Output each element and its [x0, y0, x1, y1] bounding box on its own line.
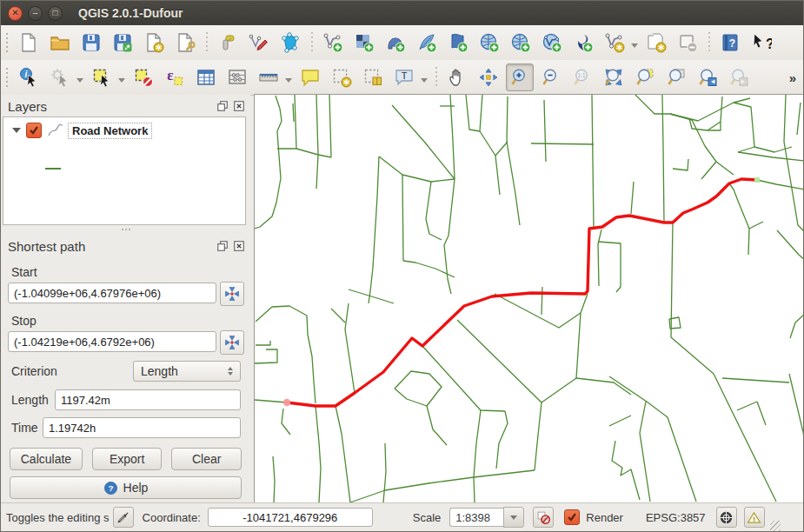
add-wcs-layer-button[interactable] — [507, 29, 535, 57]
add-postgis-layer-button[interactable] — [382, 29, 409, 57]
layer-item-road-network[interactable]: Road Network — [3, 121, 245, 140]
zoom-to-layer-button[interactable] — [662, 63, 690, 91]
identify-features-button[interactable]: i — [15, 63, 43, 91]
new-shapefile-layer-button[interactable] — [601, 29, 628, 57]
road-line — [316, 406, 321, 502]
select-features-button[interactable] — [88, 63, 116, 91]
statistical-summary-button[interactable] — [223, 63, 251, 91]
chevron-down-icon[interactable] — [631, 43, 638, 51]
deselect-features-button[interactable] — [130, 63, 157, 91]
add-oracle-layer-button[interactable] — [569, 29, 597, 57]
node-tool-button[interactable] — [276, 29, 304, 57]
zoom-last-button[interactable] — [694, 63, 721, 91]
show-bookmarks-button[interactable] — [359, 63, 387, 91]
render-checkbox[interactable] — [564, 509, 580, 525]
log-messages-button[interactable]: ! — [744, 507, 765, 528]
pan-map-button[interactable] — [443, 63, 471, 91]
calculate-button[interactable]: Calculate — [10, 448, 83, 470]
new-project-button[interactable] — [15, 29, 43, 57]
zoom-native-button[interactable]: 1:1 — [568, 63, 596, 91]
panel-splitter[interactable] — [1, 227, 250, 232]
chevron-down-icon[interactable] — [76, 78, 83, 86]
pan-to-selection-button[interactable] — [475, 63, 502, 91]
shortest-path-close-button[interactable] — [233, 240, 245, 252]
help-contents-button[interactable]: ? — [716, 29, 744, 57]
crs-status-button[interactable] — [716, 507, 737, 528]
chevron-down-icon[interactable] — [118, 78, 125, 86]
road-line — [544, 100, 546, 162]
add-spatialite-layer-button[interactable] — [413, 29, 441, 57]
zoom-out-button[interactable] — [537, 63, 565, 91]
export-button[interactable]: Export — [92, 448, 163, 470]
zoom-in-button[interactable] — [506, 63, 534, 91]
text-annotation-button[interactable]: T — [390, 63, 418, 91]
length-label: Length — [11, 393, 49, 407]
add-vector-layer-button[interactable] — [319, 29, 347, 57]
road-line — [673, 159, 688, 170]
toolbar-overflow-button[interactable]: » — [789, 70, 796, 85]
toolbar-drag-handle[interactable] — [4, 68, 10, 87]
coordinate-input[interactable] — [208, 508, 373, 527]
title-bar[interactable]: ✕ – □ QGIS 2.0.1-Dufour — [1, 1, 803, 25]
advanced-digitize-button[interactable] — [245, 29, 273, 57]
whats-this-button[interactable]: ? — [748, 29, 775, 57]
open-project-button[interactable] — [46, 29, 74, 57]
close-icon[interactable]: ✕ — [8, 6, 23, 21]
touch-zoom-pan-button[interactable] — [214, 29, 242, 57]
new-bookmark-button[interactable] — [328, 63, 355, 91]
save-project-as-button[interactable] — [109, 29, 136, 57]
select-by-expression-button[interactable]: ε — [161, 63, 189, 91]
criterion-select[interactable]: Length — [133, 361, 241, 382]
road-line — [255, 400, 287, 402]
stop-input[interactable] — [8, 331, 216, 352]
expander-icon[interactable] — [12, 128, 21, 137]
road-line — [670, 114, 716, 162]
time-output[interactable] — [43, 417, 241, 438]
help-label: Help — [123, 481, 149, 495]
measure-button[interactable] — [255, 63, 282, 91]
scale-dropdown-button[interactable] — [503, 507, 524, 528]
length-output[interactable] — [55, 389, 241, 410]
crs-status: EPSG:3857 — [646, 511, 706, 524]
window-title: QGIS 2.0.1-Dufour — [78, 6, 183, 20]
time-label: Time — [11, 421, 38, 435]
stop-rendering-button[interactable] — [533, 507, 554, 528]
shortest-path-float-button[interactable] — [216, 240, 229, 252]
composer-manager-button[interactable] — [171, 29, 199, 57]
start-input[interactable] — [8, 283, 216, 303]
attribute-table-button[interactable] — [192, 63, 220, 91]
map-canvas[interactable] — [254, 94, 804, 505]
create-layer-button[interactable] — [642, 29, 670, 57]
add-mssql-layer-button[interactable] — [444, 29, 472, 57]
toolbar-drag-handle[interactable] — [4, 33, 10, 52]
minimize-icon[interactable]: – — [28, 6, 43, 21]
capture-stop-button[interactable] — [220, 330, 244, 355]
add-wms-layer-button[interactable] — [475, 29, 503, 57]
left-dock: Layers Road Network Shortest path — [1, 95, 250, 503]
run-feature-action-button[interactable] — [46, 63, 74, 91]
help-button[interactable]: ? Help — [10, 476, 242, 499]
layer-visibility-checkbox[interactable] — [26, 123, 42, 138]
remove-layer-group-button[interactable] — [674, 29, 701, 57]
layers-panel-close-button[interactable] — [233, 100, 245, 112]
chevron-down-icon[interactable] — [285, 78, 292, 86]
layers-tree[interactable]: Road Network — [3, 116, 246, 225]
clear-button[interactable]: Clear — [171, 448, 242, 470]
new-composer-button[interactable] — [140, 29, 168, 57]
chevron-down-icon[interactable] — [421, 78, 428, 86]
road-line — [480, 131, 500, 195]
zoom-to-selection-button[interactable] — [631, 63, 659, 91]
scale-combo[interactable]: 1:8398 — [449, 507, 524, 528]
add-wfs-layer-button[interactable] — [538, 29, 566, 57]
capture-start-button[interactable] — [220, 282, 244, 306]
layers-panel-float-button[interactable] — [216, 100, 229, 112]
add-raster-layer-button[interactable] — [350, 29, 378, 57]
save-project-button[interactable] — [77, 29, 105, 57]
map-tips-button[interactable] — [296, 63, 324, 91]
zoom-next-button[interactable] — [725, 63, 753, 91]
toggle-editing-button[interactable] — [113, 507, 134, 528]
resize-grip[interactable] — [770, 521, 781, 531]
maximize-icon[interactable]: □ — [48, 6, 63, 21]
road-line — [542, 287, 542, 315]
zoom-full-button[interactable] — [600, 63, 628, 91]
